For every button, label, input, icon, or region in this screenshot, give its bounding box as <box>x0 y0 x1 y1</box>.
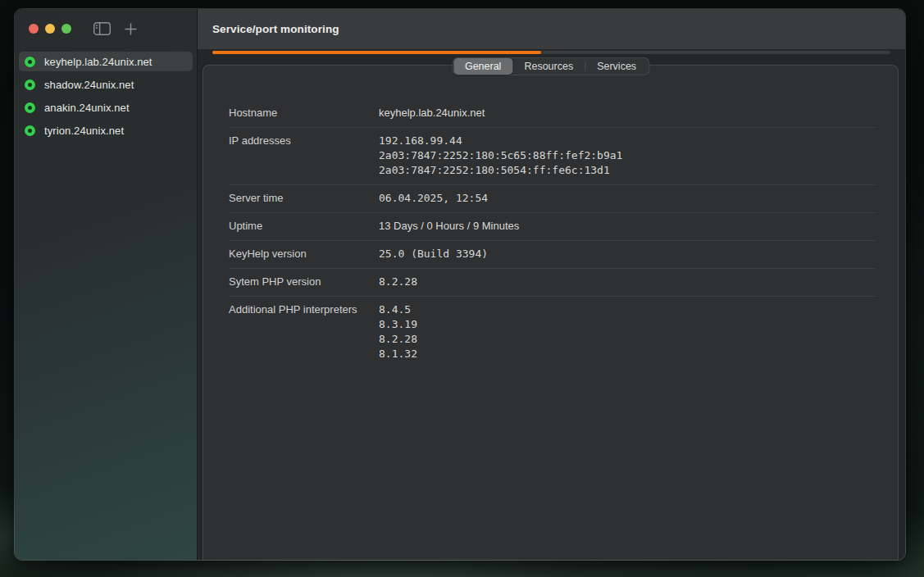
info-label: Hostname <box>229 106 379 120</box>
sidebar: keyhelp.lab.24unix.netshadow.24unix.neta… <box>15 9 198 560</box>
info-value: 25.0 (Build 3394) <box>379 247 876 261</box>
info-row: Server time06.04.2025, 12:54 <box>229 185 876 213</box>
info-value: 192.168.99.44 <box>379 134 876 148</box>
info-value: 13 Days / 0 Hours / 9 Minutes <box>379 219 876 234</box>
zoom-button[interactable] <box>61 24 71 34</box>
status-online-icon <box>25 102 35 113</box>
main-area: Service/port monitoring GeneralResources… <box>198 9 905 560</box>
info-values: 192.168.99.442a03:7847:2252:180:5c65:88f… <box>379 134 876 178</box>
info-label: Server time <box>229 191 379 206</box>
info-values: 25.0 (Build 3394) <box>379 247 876 261</box>
close-button[interactable] <box>29 24 39 34</box>
sidebar-item-server[interactable]: shadow.24unix.net <box>19 75 193 94</box>
info-values: 8.2.28 <box>379 275 876 289</box>
server-list: keyhelp.lab.24unix.netshadow.24unix.neta… <box>15 52 197 143</box>
info-value: 8.2.28 <box>379 332 876 347</box>
info-value: 8.3.19 <box>379 317 876 332</box>
tab-bar: GeneralResourcesServices <box>452 57 649 75</box>
info-row: Uptime13 Days / 0 Hours / 9 Minutes <box>229 213 876 241</box>
toggle-sidebar-icon[interactable] <box>93 22 111 35</box>
sidebar-item-server[interactable]: keyhelp.lab.24unix.net <box>19 52 193 71</box>
server-name-label: keyhelp.lab.24unix.net <box>44 56 152 68</box>
info-row: IP addresses192.168.99.442a03:7847:2252:… <box>229 128 876 185</box>
info-value: 06.04.2025, 12:54 <box>379 191 876 206</box>
traffic-lights <box>29 24 71 34</box>
info-values: 13 Days / 0 Hours / 9 Minutes <box>379 219 876 234</box>
progress-fill <box>212 51 541 54</box>
app-window: keyhelp.lab.24unix.netshadow.24unix.neta… <box>14 8 906 561</box>
status-online-icon <box>25 57 35 67</box>
info-value: keyhelp.lab.24unix.net <box>379 106 876 120</box>
status-online-icon <box>25 125 35 136</box>
info-value: 8.2.28 <box>379 275 876 289</box>
info-value: 2a03:7847:2252:180:5054:ff:fe6c:13d1 <box>379 163 876 178</box>
page-title: Service/port monitoring <box>212 23 339 35</box>
general-info-table: Hostnamekeyhelp.lab.24unix.netIP address… <box>229 100 876 368</box>
info-values: keyhelp.lab.24unix.net <box>379 106 876 120</box>
titlebar: Service/port monitoring <box>198 9 905 49</box>
info-label: KeyHelp version <box>229 247 379 261</box>
info-row: Additional PHP interpreters8.4.58.3.198.… <box>229 297 876 368</box>
info-values: 06.04.2025, 12:54 <box>379 191 876 206</box>
sidebar-toolbar <box>15 9 197 47</box>
minimize-button[interactable] <box>45 24 55 34</box>
info-label: IP addresses <box>229 134 379 178</box>
info-label: Uptime <box>229 219 379 234</box>
info-row: KeyHelp version25.0 (Build 3394) <box>229 241 876 269</box>
info-value: 8.1.32 <box>379 347 876 361</box>
status-online-icon <box>25 80 35 90</box>
server-name-label: anakin.24unix.net <box>44 102 130 114</box>
server-name-label: shadow.24unix.net <box>44 79 134 91</box>
info-row: Hostnamekeyhelp.lab.24unix.net <box>229 100 876 128</box>
content-panel: GeneralResourcesServices Hostnamekeyhelp… <box>203 65 899 560</box>
info-label: Additional PHP interpreters <box>229 302 379 361</box>
info-value: 8.4.5 <box>379 302 876 317</box>
tab-resources[interactable]: Resources <box>512 58 585 75</box>
sidebar-item-server[interactable]: anakin.24unix.net <box>19 98 193 117</box>
add-server-icon[interactable] <box>125 23 137 35</box>
progress-bar <box>212 51 890 54</box>
tab-general[interactable]: General <box>453 58 512 75</box>
info-row: Sytem PHP version8.2.28 <box>229 269 876 297</box>
info-value: 2a03:7847:2252:180:5c65:88ff:fef2:b9a1 <box>379 148 876 163</box>
tab-services[interactable]: Services <box>585 58 648 75</box>
sidebar-item-server[interactable]: tyrion.24unix.net <box>19 120 193 140</box>
info-label: Sytem PHP version <box>229 275 379 289</box>
info-values: 8.4.58.3.198.2.288.1.32 <box>379 302 876 361</box>
server-name-label: tyrion.24unix.net <box>44 125 124 137</box>
